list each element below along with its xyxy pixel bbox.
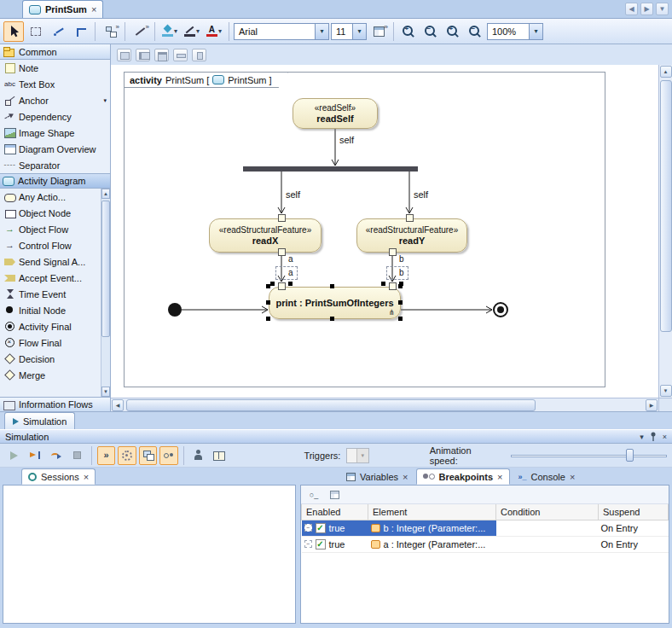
diagram-toolbar-icon-2[interactable] bbox=[136, 49, 150, 61]
scroll-down-icon[interactable]: ▼ bbox=[660, 385, 672, 397]
input-pin[interactable] bbox=[389, 282, 397, 290]
tab-simulation[interactable]: Simulation bbox=[4, 412, 75, 429]
font-size-combo[interactable]: 11 ▾ bbox=[331, 23, 367, 40]
scroll-down-icon[interactable]: ▼ bbox=[101, 387, 110, 397]
chevron-down-icon[interactable]: ▾ bbox=[315, 24, 328, 39]
palette-item-any-action[interactable]: Any Actio... bbox=[0, 189, 101, 205]
scroll-left-icon[interactable]: ◀ bbox=[112, 399, 124, 411]
initial-node[interactable] bbox=[168, 303, 182, 317]
diagram-toolbar-icon-3[interactable] bbox=[154, 49, 169, 61]
user-interaction-button[interactable] bbox=[189, 446, 207, 465]
close-icon[interactable]: × bbox=[403, 472, 408, 482]
sessions-list[interactable] bbox=[3, 485, 296, 624]
zoom-out-button[interactable]: − bbox=[420, 21, 441, 42]
palette-item-initial-node[interactable]: Initial Node bbox=[0, 302, 101, 318]
zoom-level-combo[interactable]: 100% ▾ bbox=[487, 23, 543, 40]
print-action[interactable]: print : PrintSumOfIntegers ⋔ bbox=[269, 287, 401, 319]
step-into-button[interactable] bbox=[26, 446, 43, 465]
selection-handle[interactable] bbox=[398, 300, 403, 305]
auto-open-diagrams-toggle[interactable] bbox=[139, 446, 157, 465]
fill-color-button[interactable]: ▾ bbox=[159, 21, 180, 42]
palette-item-accept-event[interactable]: Accept Event... bbox=[0, 270, 101, 286]
close-icon[interactable]: × bbox=[663, 433, 667, 441]
palette-section-activity-diagram[interactable]: Activity Diagram bbox=[0, 173, 110, 189]
suspend-value[interactable]: On Entry bbox=[599, 536, 669, 552]
condition-value[interactable] bbox=[496, 536, 599, 552]
zoom-in-button[interactable]: + bbox=[398, 21, 419, 42]
diagram-tables-button[interactable]: » bbox=[368, 21, 389, 42]
column-header-enabled[interactable]: Enabled bbox=[302, 504, 368, 520]
documentation-button[interactable] bbox=[210, 446, 228, 465]
palette-item-time-event[interactable]: Time Event bbox=[0, 286, 101, 302]
chevron-down-icon[interactable]: ▾ bbox=[529, 24, 542, 39]
font-family-combo[interactable]: Arial ▾ bbox=[234, 23, 329, 40]
expander-icon[interactable]: − bbox=[304, 540, 312, 548]
palette-item-activity-final[interactable]: Activity Final bbox=[0, 318, 101, 334]
palette-item-object-node[interactable]: Object Node bbox=[0, 205, 101, 221]
tab-sessions[interactable]: Sessions × bbox=[21, 468, 96, 485]
close-icon[interactable]: × bbox=[497, 472, 502, 482]
input-pin[interactable] bbox=[278, 214, 286, 222]
scrollbar-thumb[interactable] bbox=[126, 399, 536, 411]
scrollbar-thumb[interactable] bbox=[660, 80, 672, 332]
palette-item-image-shape[interactable]: Image Shape bbox=[0, 125, 110, 141]
chevron-down-icon[interactable]: ▾ bbox=[103, 97, 108, 104]
diagram-toolbar-icon-1[interactable] bbox=[117, 49, 131, 61]
selection-handle[interactable] bbox=[398, 317, 403, 321]
scrollbar-thumb[interactable] bbox=[101, 201, 110, 337]
breakpoint-animation-toggle[interactable] bbox=[159, 446, 177, 465]
read-x-action[interactable]: «readStructuralFeature» readX bbox=[209, 218, 322, 253]
pin-selection-handle[interactable] bbox=[399, 282, 403, 286]
related-elements-button[interactable]: » bbox=[100, 21, 120, 42]
fork-node[interactable] bbox=[243, 166, 418, 172]
oblique-path-button[interactable] bbox=[48, 21, 68, 42]
palette-item-text-box[interactable]: abcText Box bbox=[0, 76, 110, 92]
palette-scrollbar[interactable]: ▲ ▼ bbox=[101, 189, 110, 397]
suspend-value[interactable]: On Entry bbox=[599, 520, 669, 536]
animation-toggle[interactable] bbox=[118, 446, 136, 465]
palette-item-anchor[interactable]: Anchor▾ bbox=[0, 92, 110, 108]
chevron-down-icon[interactable]: ▾ bbox=[196, 28, 200, 35]
palette-item-merge[interactable]: Merge bbox=[0, 367, 101, 383]
chevron-down-icon[interactable]: ▾ bbox=[174, 28, 177, 35]
selection-handle[interactable] bbox=[330, 317, 334, 321]
scroll-up-icon[interactable]: ▲ bbox=[101, 189, 110, 199]
read-y-action[interactable]: «readStructuralFeature» readY bbox=[356, 218, 467, 253]
slider-thumb[interactable] bbox=[626, 449, 634, 462]
scroll-up-icon[interactable]: ▲ bbox=[660, 66, 672, 78]
expander-icon[interactable]: − bbox=[304, 524, 312, 532]
input-pin[interactable] bbox=[278, 282, 286, 290]
palette-item-decision[interactable]: Decision bbox=[0, 351, 101, 367]
column-header-element[interactable]: Element bbox=[368, 504, 496, 520]
tab-list-icon[interactable]: ▼ bbox=[656, 3, 669, 15]
palette-item-flow-final[interactable]: Flow Final bbox=[0, 334, 101, 351]
more-options-icon[interactable]: » bbox=[146, 23, 149, 31]
enabled-checkbox[interactable]: ✓ bbox=[316, 523, 326, 533]
palette-section-information-flows[interactable]: Information Flows bbox=[0, 397, 110, 411]
column-header-suspend[interactable]: Suspend bbox=[599, 504, 669, 520]
remove-breakpoint-button[interactable]: ○_ bbox=[305, 487, 322, 503]
selection-handle[interactable] bbox=[266, 317, 270, 321]
column-header-condition[interactable]: Condition bbox=[496, 504, 599, 520]
close-icon[interactable]: × bbox=[84, 472, 89, 482]
palette-section-common[interactable]: Common bbox=[0, 44, 110, 60]
run-button[interactable] bbox=[5, 446, 23, 465]
more-options-icon[interactable]: » bbox=[385, 23, 388, 31]
output-pin[interactable] bbox=[389, 248, 397, 256]
pin-selection-handle[interactable] bbox=[270, 282, 275, 286]
animation-speed-slider[interactable] bbox=[511, 448, 667, 463]
palette-item-object-flow[interactable]: →Object Flow bbox=[0, 221, 101, 237]
diagram-canvas[interactable]: activity PrintSum [ PrintSum ] bbox=[111, 65, 658, 398]
breakpoint-row[interactable]: − ✓ true a : Integer (Parameter:... On E… bbox=[302, 536, 669, 552]
scroll-tabs-right-icon[interactable]: ▶ bbox=[640, 3, 653, 15]
close-icon[interactable]: × bbox=[570, 472, 575, 482]
breakpoint-options-button[interactable] bbox=[326, 487, 343, 503]
enabled-checkbox[interactable]: ✓ bbox=[316, 539, 326, 550]
terminate-button[interactable] bbox=[67, 446, 85, 465]
pin-icon[interactable] bbox=[649, 432, 658, 441]
close-icon[interactable]: × bbox=[91, 4, 96, 15]
diagram-toolbar-icon-4[interactable] bbox=[173, 49, 188, 61]
line-style-button[interactable]: » bbox=[130, 21, 150, 42]
palette-item-control-flow[interactable]: →Control Flow bbox=[0, 237, 101, 253]
selection-handle[interactable] bbox=[266, 300, 270, 305]
